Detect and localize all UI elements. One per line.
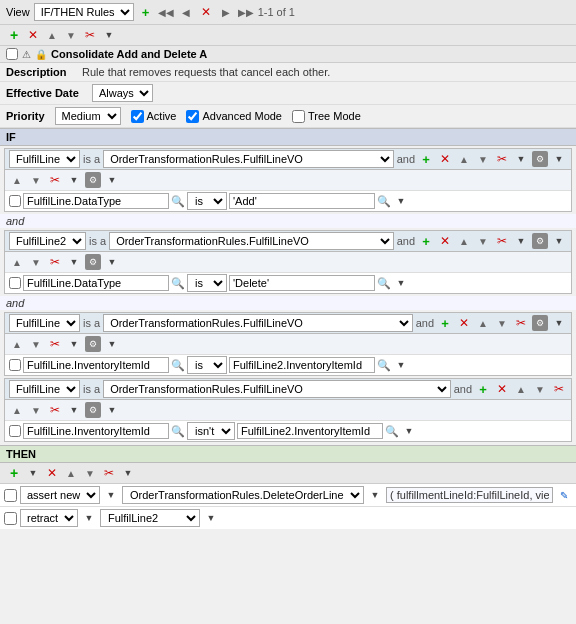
r2-gear[interactable]: ⚙ <box>85 254 101 270</box>
then-add-btn[interactable]: + <box>6 465 22 481</box>
r1-gear[interactable]: ⚙ <box>85 172 101 188</box>
more-btn[interactable]: ▼ <box>101 27 117 43</box>
rule1-gear-more[interactable]: ▼ <box>551 151 567 167</box>
rule4-cut-btn[interactable]: ✂ <box>551 381 567 397</box>
rule4-add-btn[interactable]: + <box>475 381 491 397</box>
r3-cut[interactable]: ✂ <box>47 336 63 352</box>
then-cut-more[interactable]: ▼ <box>120 465 136 481</box>
rule-checkbox[interactable] <box>6 48 18 60</box>
r4-cut-more[interactable]: ▼ <box>66 402 82 418</box>
nav-next-end-btn[interactable]: ▶▶ <box>238 4 254 20</box>
rule2-cond-op[interactable]: is <box>187 274 227 292</box>
then-action-2-type[interactable]: retract <box>20 509 78 527</box>
rule4-variable[interactable]: FulfilLine <box>9 380 80 398</box>
rule3-cond-more[interactable]: ▼ <box>393 357 409 373</box>
priority-select[interactable]: Medium <box>55 107 121 125</box>
advanced-mode-checkbox[interactable] <box>186 110 199 123</box>
rule4-type[interactable]: OrderTransformationRules.FulfilLineVO <box>103 380 451 398</box>
rule2-cond-more[interactable]: ▼ <box>393 275 409 291</box>
r4-gear[interactable]: ⚙ <box>85 402 101 418</box>
then-action-2-var-more[interactable]: ▼ <box>203 510 219 526</box>
cut-btn[interactable]: ✂ <box>82 27 98 43</box>
r3-gear-more[interactable]: ▼ <box>104 336 120 352</box>
rule2-gear-btn[interactable]: ⚙ <box>532 233 548 249</box>
rule3-down-btn[interactable]: ▼ <box>494 315 510 331</box>
nav-prev-end-btn[interactable]: ◀◀ <box>158 4 174 20</box>
r2-cut-more[interactable]: ▼ <box>66 254 82 270</box>
rule3-cond-op[interactable]: is <box>187 356 227 374</box>
rule3-up-btn[interactable]: ▲ <box>475 315 491 331</box>
add-view-btn[interactable]: + <box>138 4 154 20</box>
up-btn[interactable]: ▲ <box>44 27 60 43</box>
rule2-cond-chk[interactable] <box>9 277 21 289</box>
then-cut-btn[interactable]: ✂ <box>101 465 117 481</box>
tree-mode-checkbox[interactable] <box>292 110 305 123</box>
rule3-variable[interactable]: FulfilLine <box>9 314 80 332</box>
nav-prev-btn[interactable]: ◀ <box>178 4 194 20</box>
rule4-cond-val[interactable] <box>237 423 383 439</box>
rule2-variable[interactable]: FulfilLine2 <box>9 232 86 250</box>
rule2-more-btn[interactable]: ▼ <box>513 233 529 249</box>
nav-next-btn[interactable]: ▶ <box>218 4 234 20</box>
rule1-down-btn[interactable]: ▼ <box>475 151 491 167</box>
effective-date-select[interactable]: Always <box>92 84 153 102</box>
then-action-1-params[interactable] <box>386 487 553 503</box>
then-action-1-type[interactable]: assert new <box>20 486 100 504</box>
rule4-up-btn[interactable]: ▲ <box>513 381 529 397</box>
r2-down[interactable]: ▼ <box>28 254 44 270</box>
rule1-cond-val[interactable] <box>229 193 375 209</box>
rule2-cond-field[interactable] <box>23 275 169 291</box>
r1-down[interactable]: ▼ <box>28 172 44 188</box>
rule1-cond-more[interactable]: ▼ <box>393 193 409 209</box>
r1-gear-more[interactable]: ▼ <box>104 172 120 188</box>
r4-up[interactable]: ▲ <box>9 402 25 418</box>
rule1-up-btn[interactable]: ▲ <box>456 151 472 167</box>
then-action-1-type-more[interactable]: ▼ <box>103 487 119 503</box>
then-action-1-class-more[interactable]: ▼ <box>367 487 383 503</box>
then-action-1-edit[interactable]: ✎ <box>556 487 572 503</box>
rule1-cut-btn[interactable]: ✂ <box>494 151 510 167</box>
rule3-add-btn[interactable]: + <box>437 315 453 331</box>
r1-up[interactable]: ▲ <box>9 172 25 188</box>
delete-view-btn[interactable]: ✕ <box>198 4 214 20</box>
rule2-down-btn[interactable]: ▼ <box>475 233 491 249</box>
rule2-up-btn[interactable]: ▲ <box>456 233 472 249</box>
rule1-variable[interactable]: FulfilLine <box>9 150 80 168</box>
add-rule-btn[interactable]: + <box>6 27 22 43</box>
rule4-cond-more[interactable]: ▼ <box>401 423 417 439</box>
rule2-del-btn[interactable]: ✕ <box>437 233 453 249</box>
down-btn[interactable]: ▼ <box>63 27 79 43</box>
r4-down[interactable]: ▼ <box>28 402 44 418</box>
rule3-type[interactable]: OrderTransformationRules.FulfilLineVO <box>103 314 413 332</box>
then-up-btn[interactable]: ▲ <box>63 465 79 481</box>
then-action-1-class[interactable]: OrderTransformationRules.DeleteOrderLine <box>122 486 364 504</box>
then-add-more[interactable]: ▼ <box>25 465 41 481</box>
rule2-gear-more[interactable]: ▼ <box>551 233 567 249</box>
active-checkbox[interactable] <box>131 110 144 123</box>
r3-cut-more[interactable]: ▼ <box>66 336 82 352</box>
then-down-btn[interactable]: ▼ <box>82 465 98 481</box>
rule4-cond-field[interactable] <box>23 423 169 439</box>
then-action-2-chk[interactable] <box>4 512 17 525</box>
rule1-cond-op[interactable]: is <box>187 192 227 210</box>
r3-down[interactable]: ▼ <box>28 336 44 352</box>
rule1-del-btn[interactable]: ✕ <box>437 151 453 167</box>
rule3-cond-chk[interactable] <box>9 359 21 371</box>
r2-up[interactable]: ▲ <box>9 254 25 270</box>
r2-cut[interactable]: ✂ <box>47 254 63 270</box>
rule1-more-btn[interactable]: ▼ <box>513 151 529 167</box>
rule1-gear-btn[interactable]: ⚙ <box>532 151 548 167</box>
then-action-1-chk[interactable] <box>4 489 17 502</box>
rule4-down-btn[interactable]: ▼ <box>532 381 548 397</box>
rule2-add-btn[interactable]: + <box>418 233 434 249</box>
rule3-gear-btn[interactable]: ⚙ <box>532 315 548 331</box>
r4-cut[interactable]: ✂ <box>47 402 63 418</box>
rule2-type[interactable]: OrderTransformationRules.FulfilLineVO <box>109 232 394 250</box>
view-select[interactable]: IF/THEN Rules <box>34 3 134 21</box>
r2-gear-more[interactable]: ▼ <box>104 254 120 270</box>
rule3-cut-btn[interactable]: ✂ <box>513 315 529 331</box>
rule3-del-btn[interactable]: ✕ <box>456 315 472 331</box>
rule2-cond-val[interactable] <box>229 275 375 291</box>
rule1-add-btn[interactable]: + <box>418 151 434 167</box>
rule4-cond-op[interactable]: isn't <box>187 422 235 440</box>
